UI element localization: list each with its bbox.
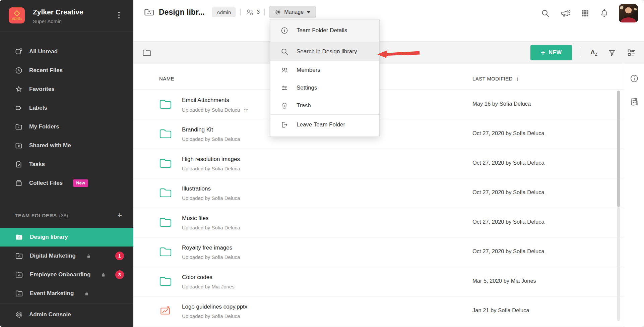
sidebar-item-label: Shared with Me: [29, 142, 71, 149]
sidebar-item-favorites[interactable]: Favorites: [0, 80, 133, 99]
members-icon: [280, 66, 288, 74]
sidebar-divider: [0, 304, 133, 304]
sidebar-item-label: Labels: [29, 105, 47, 111]
menu-item-trash[interactable]: Trash: [270, 97, 379, 114]
file-name[interactable]: Logo guidelines copy.pptx: [182, 304, 247, 310]
search-icon[interactable]: [541, 9, 550, 18]
logo-text: ZYLKER CREATIVES: [12, 17, 22, 20]
file-name[interactable]: Royalty free images: [182, 244, 232, 251]
star-icon: [15, 85, 23, 93]
file-name[interactable]: High resolution images: [182, 156, 240, 163]
info-icon: [280, 26, 288, 35]
admin-console-button[interactable]: Admin Console: [0, 305, 133, 324]
org-logo[interactable]: ZYLKER CREATIVES: [9, 7, 25, 23]
team-folders-count: (38): [59, 213, 68, 218]
scrollbar-thumb[interactable]: [617, 91, 620, 207]
search-icon: [280, 48, 288, 56]
tasks-icon: [15, 160, 23, 168]
team-folder-design-library[interactable]: Design library: [0, 228, 133, 247]
team-folders-header: TEAM FOLDERS (38) +: [15, 212, 122, 219]
manage-button[interactable]: Manage: [269, 6, 316, 18]
menu-item-team-folder-details[interactable]: Team Folder Details: [270, 19, 379, 42]
lock-icon: [84, 291, 89, 296]
menu-item-search-in-design-library[interactable]: Search in Design library: [270, 42, 379, 61]
org-role: Super Admin: [33, 18, 62, 24]
logo-diamond-icon: [14, 10, 20, 16]
activity-notes-icon[interactable]: [629, 97, 639, 107]
column-last-modified[interactable]: LAST MODIFIED ↓: [472, 76, 519, 82]
team-folder-digital-marketing[interactable]: Digital Marketing 1: [0, 247, 133, 265]
team-folder-label: Design library: [30, 234, 68, 240]
file-name[interactable]: Email Attachments: [182, 97, 229, 104]
menu-item-label: Members: [297, 67, 320, 73]
sort-desc-icon: ↓: [516, 76, 519, 82]
sort-az-icon[interactable]: AZ: [590, 49, 597, 57]
members-icon: [245, 8, 254, 16]
menu-item-settings[interactable]: Settings: [270, 79, 379, 97]
root-folder-icon[interactable]: [142, 49, 151, 57]
file-last-modified: Oct 27, 2020 by Sofia Deluca: [472, 160, 544, 166]
sidebar: ZYLKER CREATIVES Zylker Creative Super A…: [0, 0, 133, 327]
sidebar-item-label: All Unread: [29, 48, 58, 55]
divider: [240, 9, 241, 15]
table-row[interactable]: Color codes Uploaded by Mia Jones☆ Mar 5…: [133, 267, 624, 296]
menu-item-leave-team-folder[interactable]: Leave Team Folder: [270, 115, 379, 135]
announcements-megaphone-icon[interactable]: [560, 8, 570, 18]
menu-item-label: Settings: [297, 85, 317, 91]
table-row[interactable]: High resolution images Uploaded by Sofia…: [133, 149, 624, 178]
sidebar-item-tasks[interactable]: Tasks: [0, 155, 133, 174]
trash-icon: [280, 102, 288, 110]
folder-icon: [159, 276, 172, 286]
folder-icon: [159, 187, 172, 198]
presentation-file-icon: [159, 305, 171, 317]
folder-icon: [159, 128, 172, 139]
apps-grid-icon[interactable]: [580, 8, 590, 18]
caret-down-icon: [307, 11, 311, 13]
sidebar-item-labels[interactable]: Labels: [0, 99, 133, 117]
info-icon[interactable]: [630, 74, 639, 83]
new-button[interactable]: + NEW: [530, 45, 572, 60]
filter-funnel-icon[interactable]: [607, 48, 617, 57]
table-row[interactable]: Illustrations Uploaded by Sofia Deluca☆ …: [133, 178, 624, 208]
new-badge: New: [73, 179, 88, 187]
team-folder-label: Employee Onboarding: [30, 271, 90, 278]
file-name[interactable]: Branding Kit: [182, 126, 213, 133]
team-folder-employee-onboarding[interactable]: Employee Onboarding 3: [0, 265, 133, 284]
team-folder-event-marketing[interactable]: Event Marketing: [0, 284, 133, 303]
notifications-bell-icon[interactable]: [600, 9, 609, 18]
sidebar-item-all-unread[interactable]: All Unread: [0, 42, 133, 61]
list-view-icon[interactable]: [627, 48, 636, 57]
shared-folder-icon: [15, 142, 23, 150]
file-name[interactable]: Color codes: [182, 274, 212, 281]
file-name[interactable]: Music files: [182, 215, 208, 222]
annotation-arrow: [375, 47, 425, 61]
table-row[interactable]: Royalty free images Uploaded by Sofia De…: [133, 237, 624, 267]
menu-item-label: Team Folder Details: [297, 27, 347, 34]
add-team-folder-button[interactable]: +: [117, 212, 122, 219]
file-last-modified: Oct 27, 2020 by Sofia Deluca: [472, 219, 544, 225]
table-row[interactable]: Music files Uploaded by Sofia Deluca☆ Oc…: [133, 208, 624, 237]
sidebar-item-collect-files[interactable]: Collect Files New: [0, 174, 133, 193]
file-name[interactable]: Illustrations: [182, 185, 211, 192]
sidebar-item-shared-with-me[interactable]: Shared with Me: [0, 136, 133, 155]
sidebar-item-label: Favorites: [29, 86, 55, 93]
members-count-button[interactable]: 3: [245, 8, 260, 16]
table-row[interactable]: Logo guidelines copy.pptx Uploaded by So…: [133, 296, 624, 326]
global-actions: [541, 3, 638, 23]
column-name[interactable]: NAME: [159, 76, 174, 81]
sidebar-item-recent-files[interactable]: Recent Files: [0, 61, 133, 80]
sidebar-item-label: Recent Files: [29, 67, 63, 74]
scrollbar[interactable]: [617, 64, 620, 324]
favorite-star-icon[interactable]: ☆: [243, 107, 248, 113]
org-name: Zylker Creative: [33, 8, 83, 16]
user-avatar[interactable]: [619, 4, 638, 22]
folder-icon: [159, 246, 172, 257]
org-menu-kebab-icon[interactable]: [116, 9, 122, 21]
sidebar-item-label: Collect Files: [29, 180, 63, 186]
label-icon: [15, 104, 23, 112]
folder-icon: [159, 158, 172, 168]
menu-item-members[interactable]: Members: [270, 61, 379, 79]
sidebar-item-my-folders[interactable]: My Folders: [0, 117, 133, 136]
team-folders-list: Design library Digital Marketing 1 Emplo…: [0, 228, 133, 303]
scrollbar-track-lower: [617, 207, 620, 321]
